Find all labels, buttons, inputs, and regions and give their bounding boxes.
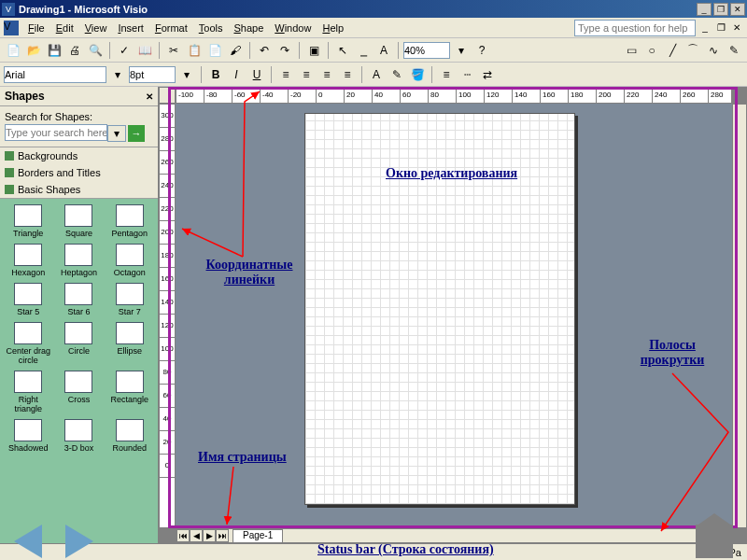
font-name-select[interactable] (4, 66, 106, 83)
line-color-button[interactable]: ✎ (388, 65, 406, 84)
bold-button[interactable]: B (206, 65, 225, 84)
shape-master[interactable]: Rectangle (106, 371, 154, 413)
last-page-button[interactable]: ⏭ (216, 529, 229, 542)
shapes-title: Shapes (5, 90, 45, 103)
size-dropdown[interactable]: ▾ (177, 65, 196, 84)
align-justify-button[interactable]: ≡ (338, 65, 357, 84)
shape-master[interactable]: Ellipse (106, 322, 154, 365)
zoom-dropdown[interactable]: ▾ (452, 41, 471, 60)
menu-insert[interactable]: Insert (112, 21, 149, 35)
shape-master[interactable]: Star 7 (106, 283, 154, 316)
doc-restore[interactable]: ❐ (714, 21, 727, 35)
menu-window[interactable]: Window (269, 21, 317, 35)
menu-edit[interactable]: Edit (50, 21, 79, 35)
font-size-select[interactable] (129, 66, 176, 83)
menu-tools[interactable]: Tools (193, 21, 229, 35)
cut-button[interactable]: ✂ (164, 41, 183, 60)
research-button[interactable]: 📖 (135, 41, 154, 60)
stencil-item[interactable]: Basic Shapes (0, 181, 158, 198)
line-weight-button[interactable]: ≡ (437, 65, 456, 84)
slide-prev-button[interactable] (14, 525, 42, 558)
underline-button[interactable]: U (247, 65, 266, 84)
ellipse-tool[interactable]: ○ (642, 41, 661, 60)
zoom-select[interactable] (403, 42, 450, 59)
preview-button[interactable]: 🔍 (86, 41, 105, 60)
search-dropdown[interactable]: ▾ (107, 125, 126, 142)
prev-page-button[interactable]: ◀ (190, 529, 203, 542)
shape-master[interactable]: 3-D box (54, 419, 103, 453)
shape-master[interactable]: Circle (54, 322, 103, 365)
slide-home-button[interactable] (696, 525, 733, 558)
align-center-button[interactable]: ≡ (297, 65, 316, 84)
open-button[interactable]: 📂 (24, 41, 43, 60)
shape-master[interactable]: Square (54, 204, 103, 238)
stencil-item[interactable]: Backgrounds (0, 147, 158, 164)
format-painter-button[interactable]: 🖌 (226, 41, 245, 60)
undo-button[interactable]: ↶ (255, 41, 274, 60)
maximize-button[interactable]: ❐ (713, 3, 728, 16)
menu-help[interactable]: Help (317, 21, 349, 35)
shape-master[interactable]: Star 6 (54, 283, 103, 316)
shape-master[interactable]: Heptagon (54, 244, 103, 277)
shape-master[interactable]: Shadowed (4, 419, 52, 453)
shape-master[interactable]: Octagon (106, 244, 154, 277)
shape-master[interactable]: Hexagon (4, 244, 52, 277)
help-button[interactable]: ? (472, 41, 491, 60)
rectangle-tool[interactable]: ▭ (622, 41, 641, 60)
horizontal-scrollbar[interactable]: ⏮ ◀ ▶ ⏭ Page-1 (176, 528, 732, 543)
doc-close[interactable]: ✕ (730, 21, 743, 35)
fill-color-button[interactable]: 🪣 (408, 65, 427, 84)
search-input[interactable] (5, 124, 107, 141)
separator (398, 42, 399, 59)
minimize-button[interactable]: _ (697, 3, 712, 16)
pencil-tool[interactable]: ✎ (725, 41, 743, 60)
menu-view[interactable]: View (79, 21, 113, 35)
text-tool[interactable]: A (374, 41, 393, 60)
slide-next-button[interactable] (65, 525, 93, 558)
save-button[interactable]: 💾 (45, 41, 63, 60)
line-tool[interactable]: ╱ (663, 41, 682, 60)
stencil-item[interactable]: Borders and Titles (0, 164, 158, 181)
line-ends-button[interactable]: ⇄ (478, 65, 497, 84)
canvas-viewport[interactable] (176, 104, 732, 528)
copy-button[interactable]: 📋 (185, 41, 204, 60)
align-left-button[interactable]: ≡ (276, 65, 295, 84)
close-button[interactable]: ✕ (730, 3, 745, 16)
vertical-scrollbar[interactable] (732, 104, 747, 528)
drawing-page[interactable] (304, 113, 575, 505)
font-color-button[interactable]: A (367, 65, 386, 84)
connector-tool[interactable]: ⎯ (354, 41, 373, 60)
italic-button[interactable]: I (227, 65, 246, 84)
shape-master[interactable]: Pentagon (106, 204, 154, 238)
menu-shape[interactable]: Shape (228, 21, 269, 35)
page-tab[interactable]: Page-1 (233, 529, 283, 542)
pointer-tool[interactable]: ↖ (333, 41, 352, 60)
horizontal-ruler[interactable]: -100-80-60-40-20020406080100120140160180… (176, 87, 732, 104)
redo-button[interactable]: ↷ (275, 41, 294, 60)
arc-tool[interactable]: ⌒ (684, 41, 702, 60)
shape-master[interactable]: Triangle (4, 204, 52, 238)
spelling-button[interactable]: ✓ (115, 41, 134, 60)
shape-master[interactable]: Star 5 (4, 283, 52, 316)
print-button[interactable]: 🖨 (65, 41, 84, 60)
menu-file[interactable]: File (22, 21, 50, 35)
font-dropdown[interactable]: ▾ (108, 65, 127, 84)
search-go-button[interactable]: → (128, 125, 145, 142)
menu-format[interactable]: Format (149, 21, 193, 35)
next-page-button[interactable]: ▶ (203, 529, 216, 542)
help-input[interactable] (574, 20, 696, 36)
doc-minimize[interactable]: _ (698, 21, 712, 35)
shape-master[interactable]: Right triangle (4, 371, 52, 413)
vertical-ruler[interactable]: 3002802602402202001801601401201008060402… (159, 104, 176, 528)
shape-master[interactable]: Rounded (106, 419, 154, 453)
paste-button[interactable]: 📄 (205, 41, 224, 60)
shapes-button[interactable]: ▣ (304, 41, 323, 60)
first-page-button[interactable]: ⏮ (176, 529, 190, 542)
shape-master[interactable]: Center drag circle (4, 322, 52, 365)
freeform-tool[interactable]: ∿ (704, 41, 723, 60)
line-pattern-button[interactable]: ┄ (458, 65, 476, 84)
new-button[interactable]: 📄 (4, 41, 22, 60)
align-right-button[interactable]: ≡ (317, 65, 336, 84)
shapes-close[interactable]: ✕ (146, 91, 153, 102)
shape-master[interactable]: Cross (54, 371, 103, 413)
